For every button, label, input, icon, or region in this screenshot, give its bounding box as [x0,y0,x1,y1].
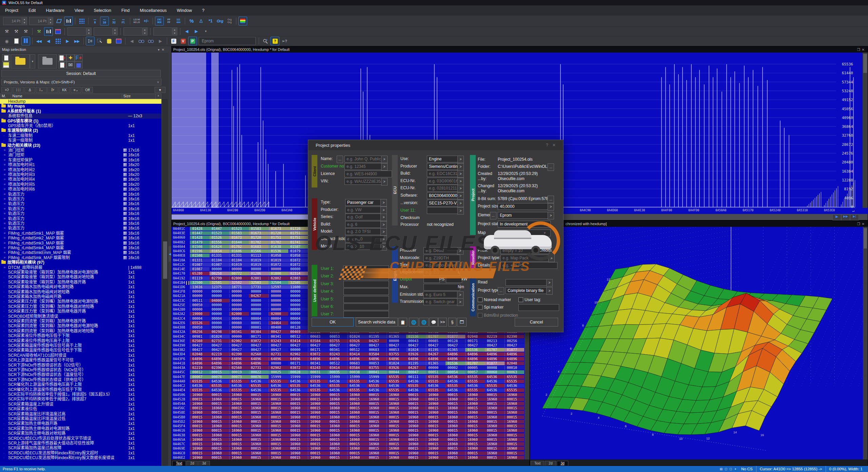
hex-cell[interactable]: 16960 [387,438,406,441]
hex-cell[interactable]: 00427 [249,348,269,352]
expand-button[interactable]: > [381,163,388,171]
hex-cell[interactable]: 64896 [446,352,465,356]
list-map-row[interactable]: ·SCR尿素箱加热温度过高故障1x1 [0,446,161,450]
hex-cell[interactable]: 64896 [328,357,347,361]
input-field[interactable] [343,311,389,318]
hex-cell[interactable]: 16960 [269,402,288,406]
hex-cell[interactable]: 00000 [229,335,249,338]
list-map-row[interactable]: ✳轨道压力16x16 [0,197,161,201]
filter-v-icon[interactable]: V [179,37,188,45]
hex-cell[interactable]: 01024 [406,348,426,352]
hex-cell[interactable]: 00000 [288,294,308,298]
browse-button[interactable]: ... [548,163,554,171]
hex-cell[interactable]: 16960 [406,397,426,401]
input-field[interactable] [343,296,389,303]
input-field[interactable] [343,273,389,280]
hex-row[interactable]: 0A45F40001516960000151696000015169600001… [172,424,530,428]
hex-cell[interactable]: 16960 [229,411,249,414]
input-field[interactable]: e.g. 2010 [345,243,383,250]
list-map-row[interactable]: ✳轨道压力16x16 [0,192,161,197]
last-map-icon[interactable]: ▶▶ [73,37,81,45]
hex-cell[interactable]: 00000 [190,308,210,311]
hex-cell[interactable]: 16960 [347,393,367,397]
hex-cell[interactable]: 00000 [229,267,249,271]
hex-cell[interactable]: 00000 [426,366,446,370]
hex-cell[interactable]: 64896 [406,357,426,361]
column-header-name[interactable]: Name [11,94,122,99]
hex-cell[interactable]: 64896 [308,357,328,361]
hex-cell[interactable]: 64536 [328,388,347,392]
hex-cell[interactable]: 16960 [269,420,288,424]
hex-cell[interactable]: 01606 [229,249,249,253]
hex-cell[interactable]: 00015 [210,393,229,397]
hex-row[interactable]: 0A465A1696000015169600001516960000151696… [172,438,530,441]
hex-cell[interactable]: 00427 [367,343,387,347]
hex-cell[interactable]: 16960 [406,424,426,428]
list-folder-row[interactable]: 故障码相关模块 (97) [0,260,161,265]
hex-cell[interactable]: 16960 [308,411,328,414]
hex-display-icon[interactable]: 23C9EE [155,17,164,25]
hex-cell[interactable]: 02560 [190,339,210,343]
hex-cell[interactable]: 00015 [465,451,485,455]
scrollbar-thumb[interactable] [163,241,167,279]
list-map-row[interactable]: ✳FlMng_rLmbdSmk4_MAP 烟雾16x16 [0,245,161,250]
list-folder-row[interactable]: GPS锁车模块 (1) [0,119,161,123]
hex-cell[interactable]: 01104 [229,258,249,262]
hex-cell[interactable]: 00000 [288,290,308,293]
hex-cell[interactable]: 00000 [249,299,269,302]
original-view-icon[interactable]: Org [216,17,224,25]
hex-cell[interactable]: 65535 [269,379,288,383]
hex-cell[interactable]: 00015 [485,447,505,450]
hex-cell[interactable]: 03243 [328,352,347,356]
hex-cell[interactable]: 16960 [347,447,367,450]
hex-cell[interactable]: 16960 [446,433,465,437]
hex-cell[interactable]: 00015 [367,393,387,397]
hex-cell[interactable]: 00427 [485,343,505,347]
hex-cell[interactable]: 00015 [347,451,367,455]
hex-cell[interactable]: 16960 [288,433,308,437]
filter-button-7[interactable]: ≡⌄ [71,87,81,93]
hex-cell[interactable]: 00015 [308,397,328,401]
list-map-row[interactable]: ·SCR实际平均转换效率低于阈值2，排放超71x1 [0,397,161,401]
hex-cell[interactable]: 00025 [269,370,288,374]
hex-cell[interactable]: 00000 [190,290,210,293]
list-map-row[interactable]: ✳轨道压力16x16 [0,221,161,226]
hex-cell[interactable]: 16960 [229,456,249,459]
hex-cell[interactable]: 02800 [229,276,249,280]
input-field[interactable]: B0C0064000000 [427,192,460,199]
dialog-close-icon[interactable]: ✕ [552,143,560,148]
hex-cell[interactable]: 00000 [269,308,288,311]
list-map-row[interactable]: ·SCR下游NOx传感器状态错误（供电信号）1x1 [0,377,161,382]
hex-cell[interactable]: 64536 [367,388,387,392]
hex-cell[interactable]: 64896 [465,352,485,356]
hex-cell[interactable]: 00015 [269,397,288,401]
hex-cell[interactable]: 64896 [387,357,406,361]
hex-cell[interactable]: 16960 [249,424,269,428]
hex-cell[interactable]: 01536 [269,249,288,253]
doc-marker-button[interactable]: • [58,61,66,68]
hex-cell[interactable]: 01072 [269,263,288,267]
input-field[interactable]: e.g. 12345 [344,163,384,170]
hex-cell[interactable]: 16960 [465,402,485,406]
hex-cell[interactable]: 01523 [210,231,229,235]
filter-button-6[interactable]: KK [59,87,70,93]
hex-cell[interactable]: 00400 [269,326,288,329]
hex-cell[interactable]: 64536 [485,379,505,383]
filter-button-4[interactable]: ī⌄ [36,87,47,93]
hex-cell[interactable]: 00015 [367,447,387,450]
web-upload-icon[interactable]: 🌐 [419,318,429,327]
list-map-row[interactable]: ·SCR尿素压力管（泵到嘴）加热继电器对地短路1x1 [0,304,161,309]
hex-cell[interactable]: 00015 [446,411,465,414]
hex-cell[interactable]: 01331 [210,254,229,257]
hex-cell[interactable]: 65535 [308,388,328,392]
hex-cell[interactable]: 16960 [288,397,308,401]
hex-cell[interactable]: 16960 [249,406,269,410]
hex-cell[interactable]: 03584 [367,352,387,356]
hex-cell[interactable]: 00063 [505,370,524,374]
hex-cell[interactable]: 01673 [269,227,288,231]
input-field[interactable] [343,281,389,288]
window-split-icon[interactable] [54,27,62,36]
hex-cell[interactable]: 00060 [485,370,505,374]
list-map-row[interactable]: ·SCR下游NOx传感器错误状态（温度信号）1x1 [0,372,161,377]
hex-cell[interactable]: 01720 [249,236,269,239]
